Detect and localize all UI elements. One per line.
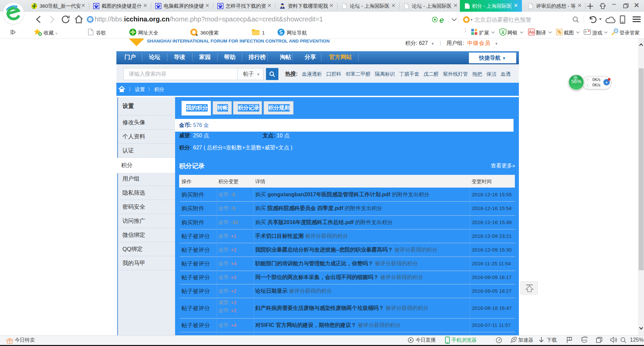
svg-text:Aa: Aa — [529, 30, 534, 34]
